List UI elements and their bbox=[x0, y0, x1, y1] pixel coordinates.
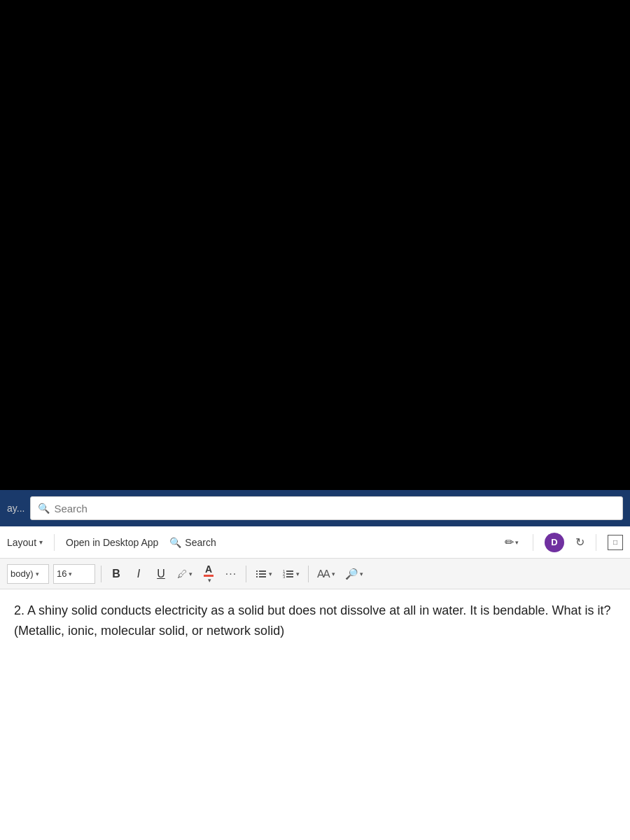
search-ribbon-label: Search bbox=[185, 537, 216, 548]
layout-label: Layout bbox=[7, 537, 36, 548]
user-avatar[interactable]: D bbox=[545, 533, 564, 552]
highlight-button[interactable]: 🖊 ▾ bbox=[174, 564, 195, 584]
highlight-icon: 🖊 bbox=[177, 568, 188, 580]
ribbon-separator-2 bbox=[533, 534, 533, 551]
document-text: 2. A shiny solid conducts electricity as… bbox=[14, 601, 616, 641]
font-size-chevron-icon: ▾ bbox=[69, 570, 72, 578]
fmt-separator-2 bbox=[246, 566, 246, 582]
layout-menu[interactable]: Layout ▾ bbox=[7, 537, 43, 548]
font-color-chevron-icon: ▾ bbox=[208, 577, 211, 584]
italic-label: I bbox=[137, 568, 140, 580]
window-icon: □ bbox=[613, 538, 617, 546]
font-size-select[interactable]: 16 ▾ bbox=[53, 564, 95, 584]
numbered-list-button[interactable]: 1 2 3 ▾ bbox=[279, 564, 302, 584]
search-input[interactable] bbox=[54, 503, 615, 514]
search-box[interactable]: 🔍 bbox=[30, 496, 623, 520]
style-brush-button[interactable]: Ꜳ ▾ bbox=[314, 564, 338, 584]
fmt-separator-1 bbox=[101, 566, 102, 582]
font-size-value: 16 bbox=[57, 568, 66, 579]
pencil-icon: ✏ bbox=[505, 536, 514, 549]
svg-rect-7 bbox=[286, 570, 293, 572]
ribbon-bar: Layout ▾ Open in Desktop App 🔍 Search ✏ … bbox=[0, 526, 630, 559]
open-desktop-button[interactable]: Open in Desktop App bbox=[66, 537, 158, 548]
more-dots-icon: ··· bbox=[225, 568, 237, 580]
search-button[interactable]: 🔍 Search bbox=[169, 537, 216, 548]
fmt-separator-3 bbox=[308, 566, 309, 582]
ribbon-separator-3 bbox=[596, 534, 596, 551]
svg-rect-2 bbox=[256, 573, 258, 575]
svg-rect-9 bbox=[286, 573, 293, 575]
font-color-button[interactable]: A ▾ bbox=[200, 564, 218, 584]
font-color-label: A bbox=[205, 564, 212, 574]
italic-button[interactable]: I bbox=[130, 564, 148, 584]
window-button[interactable]: □ bbox=[608, 535, 623, 550]
bullet-list-button[interactable]: ▾ bbox=[252, 564, 275, 584]
bold-label: B bbox=[112, 568, 120, 580]
zoom-icon: 🔎 bbox=[345, 568, 358, 580]
user-initial: D bbox=[551, 537, 557, 547]
zoom-button[interactable]: 🔎 ▾ bbox=[342, 564, 366, 584]
svg-rect-0 bbox=[256, 570, 258, 572]
highlight-chevron-icon: ▾ bbox=[189, 570, 192, 578]
pencil-chevron-icon: ▾ bbox=[515, 539, 519, 546]
svg-text:3: 3 bbox=[283, 575, 286, 579]
zoom-chevron-icon: ▾ bbox=[360, 570, 363, 578]
svg-rect-5 bbox=[259, 576, 266, 578]
bullet-list-icon bbox=[255, 568, 267, 580]
underline-button[interactable]: U bbox=[152, 564, 170, 584]
search-ribbon-icon: 🔍 bbox=[169, 537, 181, 548]
layout-chevron-icon: ▾ bbox=[39, 538, 43, 546]
style-label: body) bbox=[10, 568, 34, 579]
top-toolbar: ay... 🔍 bbox=[0, 490, 630, 526]
pencil-button[interactable]: ✏ ▾ bbox=[502, 533, 522, 552]
toolbar-left-label: ay... bbox=[7, 503, 24, 514]
style-chevron-icon: ▾ bbox=[36, 570, 39, 578]
refresh-button[interactable]: ↻ bbox=[575, 536, 584, 549]
style-brush-chevron-icon: ▾ bbox=[332, 570, 335, 578]
svg-rect-4 bbox=[256, 576, 258, 578]
open-desktop-label: Open in Desktop App bbox=[66, 537, 158, 548]
numbered-list-chevron-icon: ▾ bbox=[296, 570, 300, 578]
numbered-list-icon: 1 2 3 bbox=[282, 568, 295, 580]
search-icon: 🔍 bbox=[38, 503, 50, 514]
black-background bbox=[0, 0, 630, 490]
document-content: 2. A shiny solid conducts electricity as… bbox=[0, 589, 630, 840]
bold-button[interactable]: B bbox=[107, 564, 125, 584]
bullet-list-chevron-icon: ▾ bbox=[269, 570, 272, 578]
formatting-bar: body) ▾ 16 ▾ B I U 🖊 ▾ A ▾ ··· bbox=[0, 559, 630, 589]
svg-rect-1 bbox=[259, 570, 266, 572]
underline-label: U bbox=[157, 568, 165, 580]
svg-rect-3 bbox=[259, 573, 266, 575]
more-options-button[interactable]: ··· bbox=[222, 564, 240, 584]
svg-rect-11 bbox=[286, 576, 293, 578]
style-brush-icon: Ꜳ bbox=[317, 568, 330, 580]
refresh-icon: ↻ bbox=[575, 536, 584, 548]
style-select[interactable]: body) ▾ bbox=[7, 564, 49, 584]
ribbon-separator-1 bbox=[54, 534, 55, 551]
